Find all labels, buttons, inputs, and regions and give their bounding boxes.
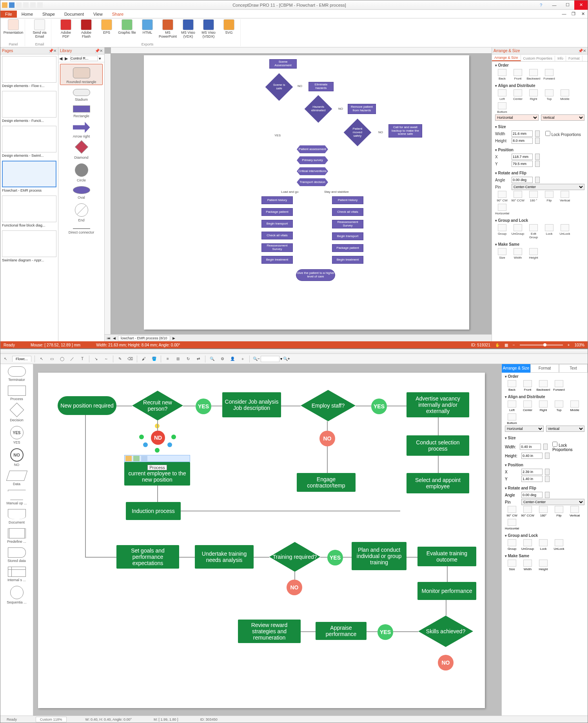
dist-horizontal-select[interactable]: Horizontal (495, 114, 539, 121)
lib-shape-oval[interactable]: Oval (60, 186, 103, 199)
lib-shape-rounded-rect[interactable]: Rounded rectangle (60, 64, 103, 85)
page-tab[interactable]: lowchart - EMR process (8/10 (118, 335, 170, 341)
lib-shape-diamond[interactable]: Diamond (60, 142, 103, 159)
y-input[interactable] (521, 476, 543, 482)
pal-manual-op[interactable]: Manual op ... (1, 490, 32, 505)
tool-distribute-icon[interactable]: ⊞ (174, 355, 181, 362)
order-backward-button[interactable]: Backward (526, 69, 541, 80)
pal-decision[interactable]: Decision (1, 405, 32, 422)
node-transport-decision[interactable]: Transport decision (297, 178, 328, 186)
node-right-3[interactable]: Begin transport (332, 232, 363, 240)
ungroup-button[interactable]: UnGroup (511, 224, 525, 239)
spin-icon[interactable] (535, 154, 540, 160)
page-thumb[interactable] (2, 196, 56, 222)
node-right-2[interactable]: Reassessment Survey (332, 220, 363, 228)
qat-save-icon[interactable] (9, 2, 15, 8)
node-promote[interactable]: Process current employee to the new posi… (124, 462, 190, 486)
minimize-button[interactable]: — (548, 0, 561, 10)
ungroup-button[interactable]: UnGroup (521, 539, 535, 551)
pal-no[interactable]: NONO (1, 448, 32, 467)
pal-predefined[interactable]: Predefine ... (1, 528, 32, 544)
tab-share[interactable]: Share (107, 11, 128, 18)
tool-ellipse-icon[interactable]: ◯ (58, 355, 65, 362)
zoom-out-icon[interactable]: 🔍− (253, 357, 260, 361)
tab-shape[interactable]: Shape (38, 11, 60, 18)
tool-line-icon[interactable]: ／ (69, 355, 76, 362)
close-button[interactable]: ✕ (574, 0, 588, 10)
tab-nav-first-icon[interactable]: ⏮ (107, 336, 111, 340)
height-input[interactable] (521, 453, 543, 459)
node-undertake[interactable]: Undertake training needs analysis (195, 545, 254, 569)
tool-pencil-icon[interactable]: ✎ (116, 355, 123, 362)
lib-shape-connector[interactable]: Direct connector (60, 228, 103, 234)
pal-data[interactable]: Data (1, 471, 32, 486)
zoom-slider[interactable] (520, 344, 563, 346)
qat-icon[interactable] (37, 2, 43, 8)
node-remove-patient[interactable]: Remove patient from hazards (348, 104, 376, 114)
node-evaluate[interactable]: Evaluate training outcome (417, 547, 476, 566)
align-middle-button[interactable]: Middle (558, 89, 572, 101)
tool-user-icon[interactable]: 👤 (229, 355, 236, 362)
close-pane-icon[interactable]: ✕ (583, 49, 586, 53)
close-pane-icon[interactable]: ✕ (53, 49, 56, 53)
align-right-button[interactable]: Right (526, 89, 541, 101)
unlock-button[interactable]: UnLock (558, 224, 572, 239)
node-call-backup[interactable]: Call for and await backup to make the sc… (388, 124, 422, 138)
same-size-button[interactable]: Size (495, 248, 509, 259)
presentation-button[interactable]: Presentation (4, 19, 22, 35)
spin-icon[interactable] (535, 130, 540, 137)
yes-badge[interactable]: YES (371, 399, 387, 414)
order-backward-button[interactable]: Backward (536, 380, 550, 391)
zoom-input[interactable] (261, 356, 279, 362)
node-conduct[interactable]: Conduct selection process (407, 435, 469, 456)
tool-connector-icon[interactable]: ↘ (93, 355, 100, 362)
rot-180-button[interactable]: 180° (536, 506, 550, 517)
adobe-flash-button[interactable]: Adobe Flash (77, 19, 95, 39)
node-hazards-eliminated[interactable]: Hazards eliminated (305, 95, 332, 123)
dist-vertical-select[interactable]: Vertical (546, 426, 585, 432)
flip-h-button[interactable]: Horizontal (495, 204, 509, 215)
node-patient-assessment[interactable]: Patient assessment (297, 145, 328, 153)
align-top-button[interactable]: Top (542, 89, 556, 101)
tool-arrow-icon[interactable]: ↖ (2, 355, 9, 362)
tab-nav-next-icon[interactable]: ▶ (172, 336, 175, 340)
back-icon[interactable]: ◀ (59, 56, 64, 61)
tool-align-icon[interactable]: ≡ (164, 355, 171, 362)
node-select-appoint[interactable]: Select and appoint employee (407, 473, 469, 493)
node-skills[interactable]: Skills achieved? (418, 616, 473, 647)
angle-input[interactable] (521, 492, 543, 498)
align-top-button[interactable]: Top (552, 400, 566, 412)
lock-button[interactable]: Lock (536, 539, 550, 551)
status-icon[interactable]: ▦ (505, 343, 508, 347)
node-right-4[interactable]: Package patient (332, 244, 363, 252)
node-review[interactable]: Review reward strategies and remuneratio… (238, 620, 301, 643)
node-induction[interactable]: Induction process (126, 502, 181, 520)
doc-tab[interactable]: Flowc... (12, 356, 31, 362)
visio-vsdx-button[interactable]: MS Visio (VSDX) (200, 19, 218, 39)
unlock-button[interactable]: UnLock (552, 539, 566, 551)
pal-terminator[interactable]: Terminator (1, 366, 32, 382)
pal-sequential[interactable]: Sequentia ... (1, 586, 32, 604)
send-email-button[interactable]: Send via Email (31, 19, 49, 39)
lock-button[interactable]: Lock (542, 224, 556, 239)
html-button[interactable]: HTML (138, 19, 156, 39)
same-height-button[interactable]: Height (526, 248, 541, 259)
node-left-2[interactable]: Begin transport (261, 220, 293, 228)
rtab-format[interactable]: Format (566, 56, 583, 61)
tab-file[interactable]: File (0, 11, 17, 18)
rtab-info[interactable]: Info (555, 56, 566, 61)
node-engage[interactable]: Engage contractor/temp (297, 473, 356, 492)
yes-badge[interactable]: YES (377, 624, 393, 640)
tool-curve-icon[interactable]: ～ (103, 355, 110, 362)
rot-90ccw-button[interactable]: 90° CCW (521, 506, 535, 517)
zoom-in-icon[interactable]: 🔍+ (283, 357, 290, 361)
same-width-button[interactable]: Width (511, 248, 525, 259)
qat-icon[interactable] (30, 2, 36, 8)
tool-rect-icon[interactable]: ▭ (48, 355, 55, 362)
align-middle-button[interactable]: Middle (568, 400, 582, 412)
tool-eraser-icon[interactable]: ⌫ (127, 355, 134, 362)
no-badge[interactable]: NO (319, 431, 335, 446)
height-input[interactable] (512, 138, 533, 144)
node-left-3[interactable]: Check all vitals (261, 232, 293, 239)
spin-icon[interactable] (545, 469, 550, 475)
